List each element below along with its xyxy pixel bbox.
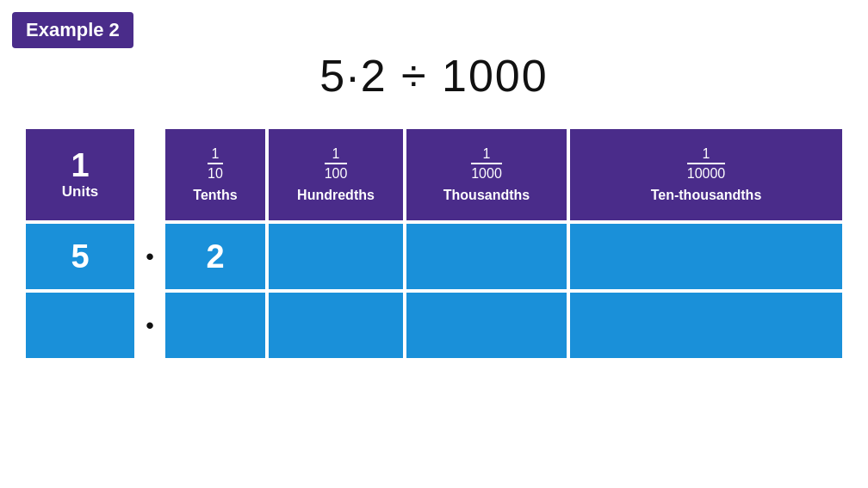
frac-den-tenths: 10 [208,166,223,182]
label-tenthousandths: Ten-thousandths [651,188,762,203]
data-cell-r2-thousandths [405,291,568,360]
data-cell-r2-tenths [164,291,267,360]
frac-num-thousandths: 1 [483,146,491,162]
data-cell-r1-hundredths [267,222,405,291]
frac-num-tenthousandths: 1 [703,146,710,162]
units-big-number: 1 [71,149,89,182]
fraction-hundredths: 1 100 [325,146,348,182]
val-r1-tenths: 2 [206,238,224,275]
data-cell-r1-units: 5 [24,222,136,291]
val-r1-units: 5 [71,238,89,275]
decimal-dot-r1: • [136,222,164,291]
equation-text: 5·2 ÷ 1000 [319,51,548,101]
header-cell-tenths: 1 10 Tenths [164,127,267,222]
dot-r1: • [146,245,153,268]
table-area: 1 Units 1 10 Tenths 1 100 [24,127,844,360]
example-badge: Example 2 [12,12,133,48]
frac-num-hundredths: 1 [332,146,340,162]
dot-r2: • [146,314,153,337]
data-cell-r1-tenthousandths [568,222,844,291]
header-cell-tenthousandths: 1 10000 Ten-thousandths [568,127,844,222]
data-cell-r1-thousandths [405,222,568,291]
data-row-2: • [24,291,844,360]
fraction-tenthousandths: 1 10000 [687,146,726,182]
page-container: Example 2 5·2 ÷ 1000 1 Units 1 10 Tenths [0,0,868,488]
header-wrapper: 1 Units 1 10 Tenths 1 100 [24,127,844,222]
header-cell-hundredths: 1 100 Hundredths [267,127,405,222]
frac-den-hundredths: 100 [325,166,348,182]
frac-den-tenthousandths: 10000 [687,166,726,182]
data-cell-r2-hundredths [267,291,405,360]
frac-den-thousandths: 1000 [471,166,502,182]
data-cell-r2-tenthousandths [568,291,844,360]
label-tenths: Tenths [193,188,237,203]
frac-num-tenths: 1 [212,146,220,162]
decimal-dot-r2: • [136,291,164,360]
header-cell-thousandths: 1 1000 Thousandths [405,127,568,222]
data-row-1: 5 • 2 [24,222,844,291]
fraction-tenths: 1 10 [208,146,223,182]
header-cell-units: 1 Units [24,127,136,222]
data-cell-r1-tenths: 2 [164,222,267,291]
label-hundredths: Hundredths [297,188,375,203]
units-label: Units [62,183,99,201]
label-thousandths: Thousandths [443,188,530,203]
badge-label: Example 2 [26,19,120,40]
fraction-thousandths: 1 1000 [471,146,502,182]
decimal-header-spacer [136,127,164,222]
data-cell-r2-units [24,291,136,360]
